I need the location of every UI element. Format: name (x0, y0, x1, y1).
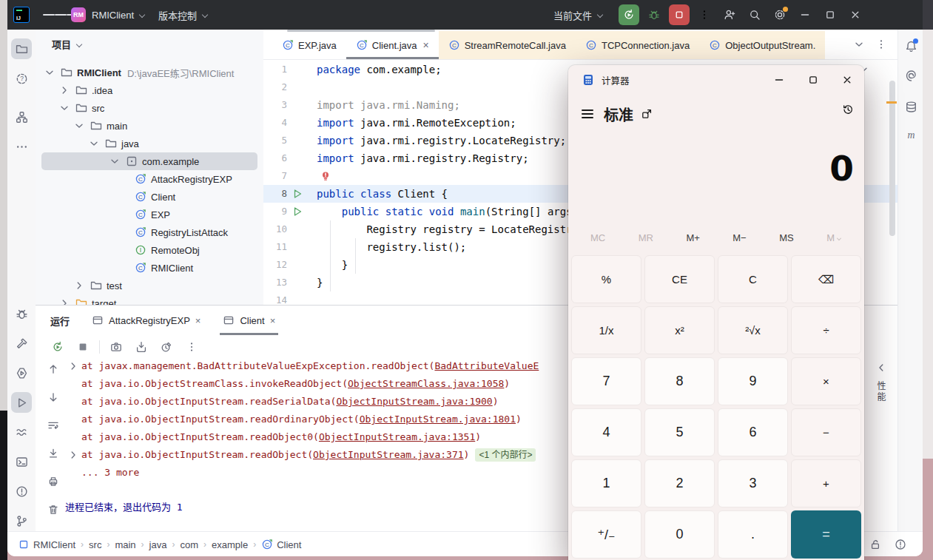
digit-6-button[interactable]: 6 (718, 408, 788, 456)
tree-item-attackregistryexp[interactable]: CAttackRegistryEXP (36, 170, 263, 188)
digit-7-button[interactable]: 7 (571, 357, 641, 405)
minimize-button[interactable] (795, 4, 815, 25)
editor-scrollbar-thumb[interactable] (889, 81, 895, 236)
chevron-down-icon[interactable] (87, 138, 101, 149)
tool-window-debug[interactable] (11, 303, 32, 324)
chevron-down-icon[interactable] (73, 120, 86, 132)
tool-window-endpoints[interactable] (11, 422, 32, 442)
history-icon[interactable] (842, 104, 854, 115)
breadcrumb-item-rmiclient[interactable]: RMIClient (18, 539, 75, 550)
tree-item-main[interactable]: main (36, 117, 263, 135)
tree-item-java[interactable]: java (36, 135, 263, 152)
plus-button[interactable]: + (791, 459, 861, 507)
run-tab-client[interactable]: Client× (220, 306, 278, 335)
breadcrumb-item-client[interactable]: CClient (261, 539, 301, 550)
digit-9-button[interactable]: 9 (718, 357, 788, 405)
tree-item-remoteobj[interactable]: IRemoteObj (36, 241, 263, 259)
clear-console-button[interactable] (44, 501, 62, 519)
more-actions-button[interactable] (694, 4, 715, 25)
ai-assistant-button[interactable] (900, 65, 921, 86)
calc-close-button[interactable] (830, 65, 864, 95)
modify-run-configuration-button[interactable] (158, 338, 175, 356)
tool-window-database[interactable] (900, 96, 921, 117)
close-button[interactable] (845, 4, 866, 25)
code-content[interactable]: package com.example;import java.rmi.Nami… (317, 61, 579, 309)
reciprocal-button[interactable]: 1/x (571, 306, 641, 354)
tree-item-src[interactable]: src (36, 99, 263, 117)
square-button[interactable]: x² (644, 306, 715, 354)
soft-wrap-button[interactable] (44, 416, 62, 434)
calculator-title-bar[interactable]: 计算器 (568, 65, 864, 95)
tab-client-java[interactable]: CClient.java× (346, 31, 439, 59)
problems-indicator-icon[interactable] (895, 539, 906, 550)
tree-item-.idea[interactable]: .idea (36, 81, 263, 99)
tab-tcpconnection-java[interactable]: CTCPConnection.java (576, 31, 699, 59)
console-more-button[interactable] (183, 338, 201, 356)
chevron-down-icon[interactable] (58, 102, 71, 114)
tool-window-services[interactable] (11, 362, 32, 383)
chevron-down-icon[interactable] (43, 67, 56, 78)
chevron-right-icon[interactable] (58, 297, 71, 305)
tab-list-chevron-icon[interactable] (853, 38, 865, 50)
tab-close-icon[interactable]: × (423, 39, 429, 51)
tool-window-maven[interactable]: m (900, 124, 921, 145)
next-stack-frame-button[interactable] (44, 388, 62, 406)
tab-exp-java[interactable]: CEXP.java (272, 31, 346, 59)
calc-minimize-button[interactable] (762, 65, 796, 95)
tree-item-rmiclient[interactable]: RMIClientD:\javaEE练习\RMIClient (36, 64, 263, 81)
backspace-button[interactable]: ⌫ (791, 255, 861, 303)
maximize-button[interactable] (820, 4, 841, 25)
chevron-down-icon[interactable] (108, 155, 121, 167)
run-line-icon[interactable] (292, 206, 303, 217)
tab-close-icon[interactable]: × (195, 315, 201, 326)
percent-button[interactable]: % (571, 255, 641, 303)
multiply-button[interactable]: × (791, 357, 861, 405)
tab-options-kebab-icon[interactable] (875, 38, 887, 50)
digit-3-button[interactable]: 3 (718, 459, 788, 507)
memory-subtract-button[interactable]: M− (727, 229, 752, 246)
stack-trace-link[interactable]: ObjectStreamClass.java:1058 (348, 375, 504, 393)
calc-menu-button[interactable] (582, 107, 593, 121)
settings-button[interactable] (769, 4, 790, 25)
stack-trace-link[interactable]: BadAttributeValueE (434, 357, 539, 375)
keep-on-top-icon[interactable] (641, 108, 653, 120)
code-with-me-button[interactable] (719, 4, 740, 25)
equals-button[interactable]: = (791, 510, 861, 559)
digit-8-button[interactable]: 8 (644, 357, 715, 405)
debug-button[interactable] (644, 4, 664, 25)
screenshot-button[interactable] (107, 338, 125, 356)
stack-trace-link[interactable]: ObjectInputStream.java:371 (313, 446, 464, 464)
tree-item-test[interactable]: test (36, 277, 263, 294)
run-line-icon[interactable] (292, 188, 303, 200)
vcs-widget[interactable]: 版本控制 (158, 0, 208, 30)
scroll-to-end-button[interactable] (44, 445, 62, 462)
tree-item-com.example[interactable]: com.example (41, 152, 257, 170)
digit-4-button[interactable]: 4 (571, 408, 641, 456)
divide-button[interactable]: ÷ (791, 306, 861, 354)
stop-process-button[interactable] (74, 338, 92, 356)
notifications-button[interactable] (900, 36, 921, 56)
error-bulb-icon[interactable] (320, 170, 331, 182)
rerun-button[interactable] (49, 338, 67, 356)
chevron-right-icon[interactable] (73, 280, 86, 291)
profiler-collapsed-tab[interactable]: 性能 (875, 362, 887, 403)
breadcrumb-item-java[interactable]: java (149, 539, 167, 550)
digit-1-button[interactable]: 1 (571, 459, 641, 507)
print-console-button[interactable] (44, 473, 62, 490)
digit-0-button[interactable]: 0 (644, 510, 715, 559)
digit-5-button[interactable]: 5 (644, 408, 715, 456)
clear-entry-button[interactable]: CE (644, 255, 715, 303)
tool-window-terminal[interactable] (11, 451, 32, 472)
tool-window-build[interactable] (11, 333, 32, 354)
tree-item-target[interactable]: target (36, 294, 263, 305)
prev-stack-frame-button[interactable] (44, 360, 62, 378)
tab-close-icon[interactable]: × (270, 315, 276, 326)
tool-window-problems[interactable] (11, 481, 32, 502)
tool-window-structure[interactable] (11, 107, 32, 127)
search-everywhere-button[interactable] (744, 4, 765, 25)
tree-item-exp[interactable]: CEXP (36, 206, 263, 223)
plus-minus-button[interactable]: ⁺/₋ (571, 510, 641, 559)
tool-window-run[interactable] (11, 392, 32, 413)
calc-maximize-button[interactable] (796, 65, 830, 95)
chevron-right-icon[interactable] (58, 84, 71, 96)
